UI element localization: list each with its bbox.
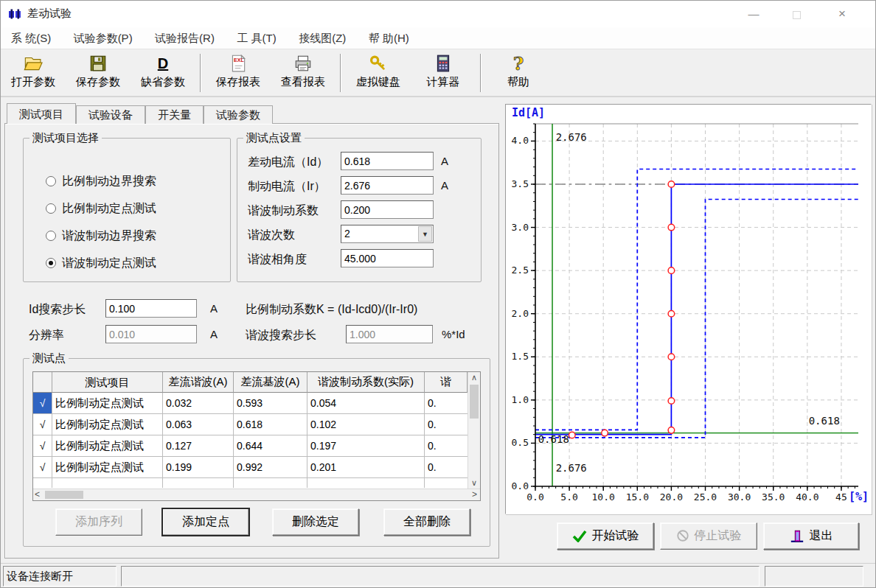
- scroll-down-icon[interactable]: ∨: [468, 477, 480, 489]
- id-step-input[interactable]: [105, 299, 197, 318]
- menu-test-params[interactable]: 试验参数(P): [74, 27, 133, 46]
- scroll-right-icon[interactable]: >: [472, 489, 477, 500]
- svg-text:2.676: 2.676: [556, 462, 587, 474]
- menu-tools[interactable]: 工 具(T): [237, 27, 276, 46]
- maximize-icon: [793, 11, 801, 19]
- help-button[interactable]: ? 帮助: [486, 51, 551, 95]
- scrollbar-thumb[interactable]: [45, 491, 83, 499]
- scroll-up-icon[interactable]: ∧: [468, 372, 480, 384]
- row-check-icon[interactable]: √: [33, 414, 52, 435]
- field-label-harmonic-coeff: 谐波制动系数: [248, 203, 319, 219]
- toolbar-separator: [340, 54, 341, 92]
- svg-text:15.0: 15.0: [626, 491, 649, 503]
- view-report-button[interactable]: 查看报表: [271, 51, 336, 95]
- close-button[interactable]: ×: [825, 1, 859, 27]
- svg-text:2.5: 2.5: [512, 265, 529, 276]
- unit-label: %*Id: [442, 328, 465, 340]
- row-check-icon[interactable]: √: [33, 457, 52, 478]
- scrollbar-thumb[interactable]: [470, 385, 479, 419]
- harmonic-order-select[interactable]: 2 ▼: [341, 225, 434, 243]
- ratio-coefficient-formula: 比例制动系数K = (Id-Icd0)/(Ir-Ir0): [246, 302, 417, 318]
- menu-test-report[interactable]: 试验报告(R): [155, 27, 215, 46]
- tab-test-params[interactable]: 试验参数: [204, 105, 273, 124]
- radio-harmonic-fixed-point[interactable]: 谐波制动定点测试: [46, 256, 156, 269]
- field-label-id-step: Id搜索步长: [29, 302, 86, 318]
- header-diff-fundamental: 差流基波(A): [234, 372, 307, 393]
- tab-test-items[interactable]: 测试项目: [7, 103, 76, 124]
- save-report-button[interactable]: EXL 保存报表: [206, 51, 271, 95]
- tab-switching[interactable]: 开关量: [145, 105, 204, 124]
- header-partial: 谐: [425, 372, 467, 393]
- selected-value: 2: [344, 228, 350, 239]
- resolution-input[interactable]: [105, 325, 197, 343]
- row-check-icon[interactable]: √: [33, 435, 52, 457]
- radio-icon: [46, 258, 56, 268]
- field-label-resolution: 分辨率: [29, 328, 64, 343]
- exit-button[interactable]: 退出: [763, 522, 859, 550]
- svg-text:0.5: 0.5: [512, 437, 529, 448]
- test-item-select-group: 测试项目选择 比例制动边界搜索 比例制动定点测试 谐波制动边界搜索 谐波制动定点…: [23, 138, 231, 282]
- header-check: [33, 372, 52, 393]
- calculator-button[interactable]: 计算器: [411, 51, 476, 95]
- group-title: 测试项目选择: [29, 131, 102, 145]
- svg-text:25.0: 25.0: [694, 491, 717, 503]
- start-test-button[interactable]: 开始试验: [557, 522, 654, 550]
- add-sequence-button[interactable]: 添加序列: [55, 508, 142, 536]
- stop-icon: [676, 529, 689, 543]
- menu-help[interactable]: 帮 助(H): [369, 27, 409, 46]
- delete-selected-button[interactable]: 删除选定: [272, 508, 359, 536]
- harmonic-step-input[interactable]: [346, 325, 433, 343]
- menu-wiring-diagram[interactable]: 接线图(Z): [299, 27, 346, 46]
- svg-text:EXL: EXL: [234, 57, 244, 63]
- table-row[interactable]: √ 比例制动定点测试 0.032 0.593 0.054 0.: [33, 393, 480, 414]
- menu-system[interactable]: 系 统(S): [11, 27, 51, 46]
- table-row[interactable]: √ 比例制动定点测试 0.199 0.992 0.201 0.: [33, 457, 480, 478]
- minimize-button[interactable]: —: [737, 1, 771, 27]
- tab-test-device[interactable]: 试验设备: [76, 105, 145, 124]
- svg-text:10.0: 10.0: [592, 491, 615, 503]
- svg-text:1.5: 1.5: [512, 351, 529, 362]
- default-params-button[interactable]: D 缺省参数: [131, 51, 195, 95]
- app-window: 差动试验 — × 系 统(S) 试验参数(P) 试验报告(R) 工 具(T) 接…: [0, 0, 876, 588]
- restraint-current-input[interactable]: [341, 176, 434, 195]
- scroll-left-icon[interactable]: <: [35, 489, 40, 500]
- field-label-harmonic-order: 谐波次数: [248, 228, 295, 243]
- radio-harmonic-boundary-search[interactable]: 谐波制动边界搜索: [46, 228, 156, 242]
- radio-ratio-fixed-point[interactable]: 比例制动定点测试: [46, 201, 156, 214]
- table-row[interactable]: √ 比例制动定点测试 0.063 0.618 0.102 0.: [33, 414, 480, 435]
- open-params-button[interactable]: 打开参数: [1, 51, 66, 95]
- harmonic-coeff-input[interactable]: [341, 200, 434, 219]
- status-extra-panel: [765, 566, 863, 587]
- table-horizontal-scrollbar[interactable]: < >: [33, 489, 480, 500]
- add-fixed-point-button[interactable]: 添加定点: [162, 508, 249, 536]
- field-label-harmonic-step: 谐波搜索步长: [246, 328, 316, 343]
- unit-label: A: [210, 302, 218, 315]
- svg-text:35.0: 35.0: [762, 491, 785, 503]
- svg-text:40.0: 40.0: [796, 491, 818, 503]
- window-title: 差动试验: [27, 7, 72, 21]
- maximize-button[interactable]: [779, 1, 813, 27]
- header-harmonic-coeff-actual: 谐波制动系数(实际): [307, 372, 425, 393]
- id-current-input[interactable]: [341, 152, 434, 170]
- calculator-icon: [411, 54, 476, 74]
- svg-text:Id[A]: Id[A]: [512, 106, 545, 119]
- svg-text:1.0: 1.0: [512, 394, 529, 405]
- delete-all-button[interactable]: 全部删除: [383, 508, 470, 536]
- stop-test-button[interactable]: 停止试验: [660, 522, 757, 550]
- unit-label: A: [210, 328, 218, 340]
- table-vertical-scrollbar[interactable]: ∧ ∨: [467, 372, 480, 489]
- group-title: 测试点设置: [243, 131, 305, 145]
- default-params-icon: D: [131, 54, 195, 74]
- harmonic-phase-input[interactable]: [341, 249, 434, 267]
- svg-text:3.0: 3.0: [512, 222, 529, 233]
- chevron-down-icon[interactable]: ▼: [418, 226, 432, 242]
- radio-ratio-boundary-search[interactable]: 比例制动边界搜索: [46, 174, 156, 187]
- virtual-keyboard-button[interactable]: 虚拟键盘: [346, 51, 411, 95]
- svg-text:20.0: 20.0: [660, 491, 683, 503]
- header-diff-harmonic: 差流谐波(A): [163, 372, 234, 393]
- table-row[interactable]: √ 比例制动定点测试 0.127 0.644 0.197 0.: [33, 435, 480, 457]
- save-params-button[interactable]: 保存参数: [66, 51, 131, 95]
- row-check-icon[interactable]: √: [33, 393, 52, 414]
- status-connection: 设备连接断开: [3, 566, 117, 587]
- print-report-icon: [271, 54, 336, 74]
